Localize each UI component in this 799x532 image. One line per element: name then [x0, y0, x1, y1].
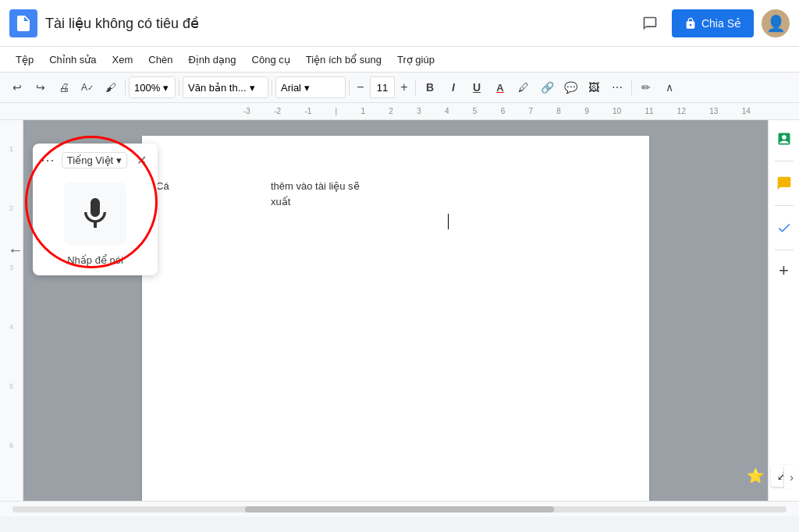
- voice-mic-button[interactable]: [64, 183, 126, 245]
- separator-3: [272, 80, 272, 95]
- doc-title[interactable]: Tài liệu không có tiêu đề: [45, 15, 636, 32]
- redo-button[interactable]: ↪: [30, 76, 51, 98]
- sidebar-add-button[interactable]: +: [773, 260, 795, 282]
- right-sidebar: +: [768, 120, 799, 501]
- paint-format-button[interactable]: 🖌: [100, 76, 122, 98]
- scrollbar-thumb[interactable]: [245, 506, 555, 512]
- separator-4: [349, 80, 350, 95]
- menu-addons[interactable]: Tiện ích bổ sung: [300, 51, 388, 69]
- sidebar-notes-icon[interactable]: [772, 171, 797, 196]
- zoom-dropdown[interactable]: 100% ▾: [129, 76, 176, 98]
- zoom-dropdown-arrow: ▾: [163, 82, 169, 94]
- chevron-right-button[interactable]: ›: [783, 466, 799, 488]
- separator-2: [179, 80, 179, 95]
- star-button[interactable]: ⭐: [744, 465, 766, 487]
- menu-edit[interactable]: Chỉnh sửa: [43, 51, 102, 69]
- italic-button[interactable]: I: [442, 76, 464, 98]
- text-color-button[interactable]: A: [489, 76, 511, 98]
- voice-panel-menu-icon[interactable]: ⋯: [39, 150, 56, 170]
- bold-button[interactable]: B: [419, 76, 441, 98]
- sidebar-sheets-icon[interactable]: [772, 126, 797, 151]
- voice-language-label: Tiếng Việt: [67, 154, 113, 166]
- font-size-input[interactable]: [370, 76, 395, 98]
- collapse-toolbar-button[interactable]: ∧: [659, 76, 680, 98]
- italic-label: I: [452, 81, 455, 94]
- toolbar: ↩ ↪ 🖨 A✓ 🖌 100% ▾ Văn bản th... ▾ Arial …: [0, 72, 799, 103]
- title-right: Chia Sẻ 👤: [636, 9, 790, 37]
- underline-button[interactable]: U: [466, 76, 488, 98]
- bottom-bar: [0, 501, 799, 516]
- left-gutter: 1 2 3 4 5 6: [0, 120, 23, 501]
- font-size-decrease[interactable]: −: [353, 76, 368, 98]
- link-button[interactable]: 🔗: [536, 76, 558, 98]
- menu-view[interactable]: Xem: [106, 51, 140, 69]
- text-cursor: [448, 214, 449, 229]
- separator-6: [631, 80, 632, 95]
- underline-label: U: [473, 81, 481, 94]
- spellcheck-button[interactable]: A✓: [76, 76, 98, 98]
- chat-icon-button[interactable]: [636, 9, 664, 37]
- comment-button[interactable]: 💬: [559, 76, 581, 98]
- voice-tap-label[interactable]: Nhấp để nói: [33, 251, 158, 269]
- sidebar-tasks-icon[interactable]: [772, 215, 797, 240]
- font-value: Arial: [281, 82, 301, 94]
- voice-panel: ⋯ Tiếng Việt ▾ ✕ Nhấp để nói: [33, 144, 158, 275]
- doc-partial-text-1: Cá: [156, 179, 199, 194]
- font-dropdown-arrow: ▾: [304, 82, 310, 94]
- horizontal-scrollbar[interactable]: [12, 506, 787, 512]
- doc-page[interactable]: Cá thêm vào tài liệu sẽ xuất: [142, 136, 649, 501]
- voice-language-select[interactable]: Tiếng Việt ▾: [62, 152, 127, 168]
- ruler: -3 -2 -1 | 1 2 3 4 5 6 7 8 9 10 11 12 13…: [0, 103, 799, 120]
- voice-panel-header: ⋯ Tiếng Việt ▾ ✕: [33, 144, 158, 173]
- menu-insert[interactable]: Chèn: [142, 51, 179, 69]
- voice-lang-arrow: ▾: [116, 154, 122, 166]
- font-size-area: − +: [353, 76, 412, 98]
- menu-bar: Tệp Chỉnh sửa Xem Chèn Định dạng Công cụ…: [0, 47, 799, 72]
- menu-file[interactable]: Tệp: [9, 51, 40, 69]
- menu-format[interactable]: Định dạng: [182, 51, 242, 69]
- image-button[interactable]: 🖼: [583, 76, 605, 98]
- voice-mic-area: [33, 173, 158, 251]
- doc-partial-text-2: thêm vào tài liệu sẽ xuất: [271, 179, 372, 209]
- sidebar-divider-1: [775, 161, 794, 161]
- style-dropdown[interactable]: Văn bản th... ▾: [183, 76, 268, 98]
- font-size-increase[interactable]: +: [396, 76, 412, 98]
- menu-tools[interactable]: Công cụ: [246, 51, 297, 69]
- undo-button[interactable]: ↩: [6, 76, 28, 98]
- separator-1: [125, 80, 126, 95]
- menu-help[interactable]: Trợ giúp: [391, 51, 441, 69]
- print-button[interactable]: 🖨: [53, 76, 75, 98]
- title-bar: Tài liệu không có tiêu đề Chia Sẻ 👤: [0, 0, 799, 47]
- more-button[interactable]: ⋯: [606, 76, 628, 98]
- paint-pen-button[interactable]: ✏: [635, 76, 657, 98]
- ruler-marks: -3 -2 -1 | 1 2 3 4 5 6 7 8 9 10 11 12 13…: [243, 107, 751, 115]
- back-button[interactable]: ←: [8, 241, 23, 259]
- share-label: Chia Sẻ: [701, 17, 741, 30]
- sidebar-divider-2: [775, 205, 794, 206]
- separator-5: [415, 80, 416, 95]
- doc-icon: [9, 9, 37, 37]
- sidebar-divider-3: [775, 250, 794, 250]
- avatar[interactable]: 👤: [762, 9, 790, 37]
- content-area: 1 2 3 4 5 6 Cá thêm vào tài liệu sẽ xuất: [0, 120, 799, 501]
- highlight-button[interactable]: 🖊: [513, 76, 534, 98]
- bold-label: B: [426, 81, 434, 94]
- style-dropdown-arrow: ▾: [250, 82, 255, 94]
- share-button[interactable]: Chia Sẻ: [672, 9, 754, 37]
- style-value: Văn bản th...: [188, 82, 247, 94]
- voice-close-button[interactable]: ✕: [133, 151, 151, 169]
- zoom-value: 100%: [134, 82, 160, 94]
- font-dropdown[interactable]: Arial ▾: [275, 76, 346, 98]
- title-area: Tài liệu không có tiêu đề: [45, 15, 636, 32]
